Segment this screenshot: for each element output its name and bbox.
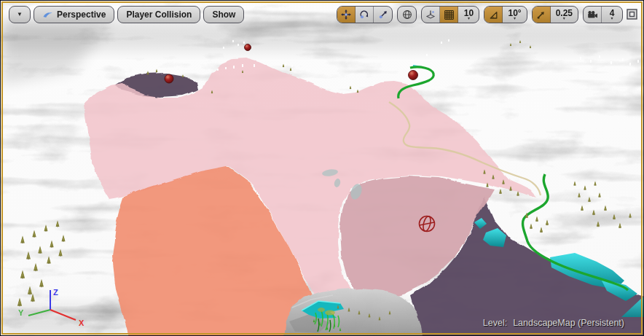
surface-snap-button[interactable] [422,7,440,23]
grid-snap-toggle[interactable] [440,7,458,23]
viewport-options-dropdown[interactable]: ▼ [9,6,31,23]
caret-down-icon: ▾ [610,17,613,20]
rotation-snap-value-dropdown[interactable]: 10° ▾ [503,7,526,23]
maximize-viewport-button[interactable] [627,9,637,20]
camera-speed-value: 4 [610,9,615,17]
viewport-toolbar-right: 10 ▾ 10° ▾ [337,6,623,23]
rotation-snap-toggle[interactable] [484,7,503,23]
show-label: Show [212,9,235,20]
rotate-icon [359,9,369,20]
world-coordinate-button[interactable] [398,7,416,23]
grid-snap-group: 10 ▾ [421,6,479,23]
perspective-label: Perspective [57,9,106,20]
grid-snap-value-dropdown[interactable]: 10 ▾ [458,7,479,23]
rotation-snap-value: 10° [508,9,521,17]
camera-icon [587,10,598,20]
sphere-marker [245,44,251,51]
axis-y-label: Y [18,308,24,317]
viewport-canvas[interactable]: Z Y X [1,1,644,336]
surface-snap-icon [425,9,436,20]
transform-tools-group [337,6,393,23]
editor-viewport-frame: Z Y X ▼ Perspective Player Collision Sho… [0,0,644,336]
scale-tool-button[interactable] [374,7,392,23]
angle-snap-icon [489,10,498,20]
scale-icon [378,9,388,20]
sphere-marker [409,71,418,80]
level-label: Level: [483,318,507,328]
grid-snap-value: 10 [464,9,474,17]
view-mode-button[interactable]: Player Collision [117,6,200,23]
scale-snap-toggle[interactable] [533,7,551,23]
camera-speed-value-dropdown[interactable]: 4 ▾ [602,7,622,23]
scale-snap-icon [536,10,546,20]
caret-down-icon: ▾ [514,17,516,20]
rotate-tool-button[interactable] [356,7,374,23]
globe-icon [402,9,412,20]
camera-speed-group: 4 ▾ [583,6,623,23]
maximize-icon [627,9,637,20]
caret-down-icon: ▾ [468,17,470,20]
level-value: LandscapeMap (Persistent) [513,318,624,328]
caret-down-icon: ▼ [17,12,23,17]
scale-snap-value: 0.25 [556,9,573,17]
view-mode-label: Player Collision [126,9,192,20]
level-status: Level:LandscapeMap (Persistent) [483,318,624,328]
axis-z-label: Z [53,288,58,297]
move-icon [341,9,351,20]
grid-icon [444,10,454,20]
scale-snap-value-dropdown[interactable]: 0.25 ▾ [551,7,578,23]
scale-snap-group: 0.25 ▾ [532,6,578,23]
perspective-icon [42,10,53,19]
perspective-button[interactable]: Perspective [34,6,114,23]
viewport-toolbar-left: ▼ Perspective Player Collision Show [9,6,244,23]
show-button[interactable]: Show [203,6,244,23]
caret-down-icon: ▾ [563,17,565,20]
move-tool-button[interactable] [337,7,356,23]
coordinate-system-group [397,6,417,23]
axis-x-label: X [79,319,85,327]
camera-speed-button[interactable] [584,7,602,23]
sphere-marker [165,74,173,83]
rotation-snap-group: 10° ▾ [484,6,527,23]
